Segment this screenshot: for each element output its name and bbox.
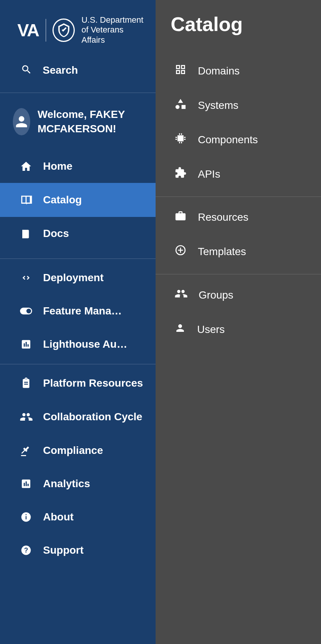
sidebar-item-support[interactable]: ? Support: [0, 534, 156, 567]
subpanel-item-domains[interactable]: Domains: [156, 54, 321, 88]
sidebar-item-label: Docs: [43, 228, 69, 240]
logo-block: VA U.S. Department of Veterans Affairs: [0, 0, 156, 56]
subpanel-title: Catalog: [156, 0, 321, 54]
sidebar-item-label: Analytics: [43, 478, 90, 490]
subpanel-item-label: Domains: [198, 65, 239, 77]
sidebar-item-label: Support: [43, 544, 83, 556]
sidebar-item-docs[interactable]: Docs: [0, 217, 156, 250]
subpanel-item-label: Resources: [198, 211, 248, 223]
svg-rect-4: [26, 342, 27, 347]
briefcase-icon: [174, 210, 187, 224]
subpanel-item-label: Systems: [198, 99, 238, 111]
seal-icon: [52, 19, 74, 42]
chip-icon: [174, 132, 187, 147]
help-icon: ?: [20, 545, 32, 556]
subpanel-item-templates[interactable]: Templates: [156, 234, 321, 274]
subpanel-item-resources[interactable]: Resources: [156, 197, 321, 234]
sidebar-item-label: Lighthouse Au…: [43, 338, 127, 350]
sidebar-item-lighthouse-audit[interactable]: Lighthouse Au…: [0, 328, 156, 364]
plus-circle-icon: [174, 244, 187, 259]
welcome-row: Welcome, FAKEY MCFAKERSON!: [0, 93, 156, 150]
logo-divider: [46, 19, 46, 42]
person-icon: [174, 322, 186, 336]
clipboard-icon: [20, 378, 32, 389]
search-button[interactable]: Search: [0, 56, 156, 93]
info-icon: [20, 511, 32, 523]
subpanel-item-groups[interactable]: Groups: [156, 274, 321, 313]
sidebar-item-feature-management[interactable]: Feature Mana…: [0, 294, 156, 328]
people-icon: [20, 410, 32, 423]
gavel-icon: [20, 444, 32, 457]
sidebar-item-about[interactable]: About: [0, 500, 156, 534]
sidebar-item-label: Feature Mana…: [43, 305, 122, 317]
sidebar-item-home[interactable]: Home: [0, 150, 156, 183]
book-open-icon: [20, 194, 32, 206]
sidebar-item-label: Deployment: [43, 272, 103, 284]
logo-va-text: VA: [17, 20, 39, 40]
analytics-icon: [20, 478, 32, 489]
svg-rect-7: [24, 483, 25, 486]
sidebar-item-collaboration-cycle[interactable]: Collaboration Cycle: [0, 400, 156, 434]
catalog-subpanel: Catalog Domains Systems Components APIs …: [156, 0, 321, 644]
shapes-icon: [174, 98, 187, 113]
sidebar-item-label: Compliance: [43, 444, 103, 457]
subpanel-item-label: Components: [198, 134, 258, 146]
svg-rect-12: [26, 514, 27, 515]
sidebar-item-compliance[interactable]: Compliance: [0, 434, 156, 467]
avatar[interactable]: [13, 108, 30, 135]
sidebar-item-label: Home: [43, 160, 73, 172]
sidebar-item-label: Catalog: [43, 194, 82, 206]
chart-icon: [20, 339, 32, 350]
sidebar-item-catalog[interactable]: Catalog: [0, 183, 156, 217]
sidebar-item-analytics[interactable]: Analytics: [0, 467, 156, 500]
subpanel-item-systems[interactable]: Systems: [156, 88, 321, 122]
svg-text:?: ?: [24, 546, 28, 554]
svg-rect-5: [28, 344, 29, 347]
subpanel-item-label: Templates: [198, 246, 246, 258]
code-icon: [20, 272, 32, 284]
subpanel-item-label: Users: [197, 324, 225, 336]
search-icon: [21, 64, 32, 77]
home-icon: [20, 160, 32, 172]
sidebar-item-label: About: [43, 511, 74, 523]
logo-department-text: U.S. Department of Veterans Affairs: [82, 15, 144, 45]
subpanel-item-apis[interactable]: APIs: [156, 157, 321, 197]
subpanel-item-users[interactable]: Users: [156, 313, 321, 346]
extension-icon: [174, 167, 187, 181]
subpanel-item-label: APIs: [198, 168, 220, 180]
toggle-icon: [20, 307, 32, 315]
svg-point-1: [26, 309, 31, 313]
svg-rect-8: [26, 481, 27, 486]
svg-rect-9: [28, 484, 29, 486]
group-icon: [174, 287, 187, 303]
welcome-text: Welcome, FAKEY MCFAKERSON!: [38, 107, 145, 136]
svg-rect-3: [24, 343, 25, 347]
sidebar-item-platform-resources[interactable]: Platform Resources: [0, 364, 156, 400]
search-label: Search: [43, 64, 78, 76]
svg-rect-11: [26, 516, 27, 519]
sidebar-item-label: Collaboration Cycle: [43, 411, 142, 423]
subpanel-item-components[interactable]: Components: [156, 122, 321, 157]
grid-building-icon: [174, 63, 187, 78]
sidebar: VA U.S. Department of Veterans Affairs S…: [0, 0, 156, 644]
sidebar-item-label: Platform Resources: [43, 377, 143, 389]
docs-icon: [20, 228, 32, 239]
sidebar-item-deployment[interactable]: Deployment: [0, 259, 156, 294]
subpanel-item-label: Groups: [199, 289, 233, 301]
